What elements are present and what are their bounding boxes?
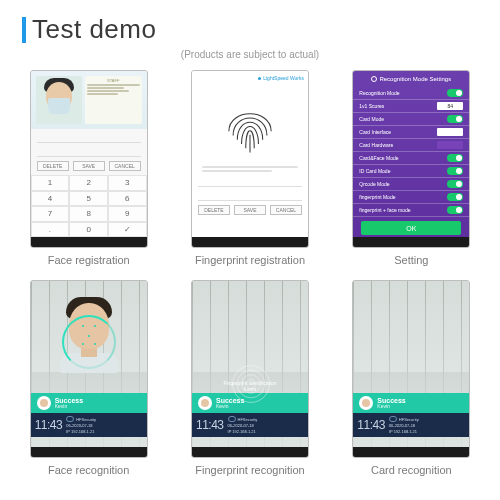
android-nav-bar bbox=[353, 237, 469, 247]
select-icon[interactable] bbox=[437, 128, 463, 136]
recognized-face bbox=[57, 295, 121, 371]
clock: 11:43 bbox=[35, 418, 63, 432]
save-button[interactable]: SAVE bbox=[73, 161, 105, 171]
ip-text: IP 192.168.1.21 bbox=[228, 429, 258, 434]
fp-input-2[interactable] bbox=[198, 189, 302, 201]
key-8[interactable]: 8 bbox=[69, 206, 108, 222]
svg-point-1 bbox=[237, 370, 265, 398]
id-card-preview: STAFF bbox=[85, 76, 142, 124]
score-input[interactable]: 84 bbox=[437, 102, 463, 110]
numpad: 1 2 3 4 5 6 7 8 9 . 0 ✓ bbox=[31, 175, 147, 237]
item-card-recognition: Success Kevin 11:43 HFSecurity 06-2020-0… bbox=[345, 280, 478, 476]
brand-name: HFSecurity bbox=[238, 417, 258, 422]
staff-label: STAFF bbox=[87, 78, 140, 83]
face-landmarks-icon bbox=[64, 313, 114, 363]
select-icon[interactable] bbox=[437, 141, 463, 149]
item-fingerprint-recognition: Fingerprint identificationKevin Success … bbox=[183, 280, 316, 476]
key-2[interactable]: 2 bbox=[69, 175, 108, 191]
toggle-icon[interactable] bbox=[447, 180, 463, 188]
row-card-interface[interactable]: Card Interface bbox=[353, 126, 469, 139]
key-5[interactable]: 5 bbox=[69, 191, 108, 207]
row-fp-face-mode[interactable]: fingerprint + face mode bbox=[353, 204, 469, 217]
row-fingerprint-mode[interactable]: fingerprint Mode bbox=[353, 191, 469, 204]
brand-logo-icon bbox=[228, 416, 236, 422]
fp-input-1[interactable] bbox=[198, 175, 302, 187]
brand-logo-icon bbox=[389, 416, 397, 422]
brand-logo-icon bbox=[66, 416, 74, 422]
success-name: Kevin bbox=[216, 404, 244, 409]
toggle-icon[interactable] bbox=[447, 154, 463, 162]
phone-face-recognition: Success Kevin 11:43 HFSecurity 06-2020-0… bbox=[30, 280, 148, 458]
android-nav-bar bbox=[353, 447, 469, 457]
fp-save-button[interactable]: SAVE bbox=[234, 205, 266, 215]
page-title: Test demo bbox=[32, 14, 156, 45]
info-bar: 11:43 HFSecurity 06-2020-07-18 IP 192.16… bbox=[353, 413, 469, 437]
row-1v1-scores[interactable]: 1v1 Scores84 bbox=[353, 100, 469, 113]
key-1[interactable]: 1 bbox=[31, 175, 70, 191]
ip-text: IP 192.168.1.21 bbox=[389, 429, 419, 434]
svg-point-0 bbox=[233, 366, 270, 403]
toggle-icon[interactable] bbox=[447, 193, 463, 201]
input-field-1[interactable] bbox=[37, 131, 141, 143]
key-6[interactable]: 6 bbox=[108, 191, 147, 207]
avatar-icon bbox=[37, 396, 51, 410]
brand-name: HFSecurity bbox=[399, 417, 419, 422]
fingerprint-icon bbox=[228, 361, 274, 407]
item-fingerprint-registration: LightSpeed Works DELETE SAVE CANCEL bbox=[183, 70, 316, 266]
phone-fingerprint-registration: LightSpeed Works DELETE SAVE CANCEL bbox=[191, 70, 309, 248]
settings-title: Recognition Mode Settings bbox=[353, 71, 469, 87]
android-nav-bar bbox=[31, 447, 147, 457]
face-photo bbox=[36, 76, 82, 124]
page-subtitle: (Products are subject to actual) bbox=[22, 49, 478, 60]
row-cardface-mode[interactable]: Card&Face Mode bbox=[353, 152, 469, 165]
brand-name: HFSecurity bbox=[76, 417, 96, 422]
info-bar: 11:43 HFSecurity 06-2020-07-18 IP 192.16… bbox=[31, 413, 147, 437]
page-title-row: Test demo bbox=[22, 14, 478, 45]
key-4[interactable]: 4 bbox=[31, 191, 70, 207]
phone-setting: Recognition Mode Settings Recognition Mo… bbox=[352, 70, 470, 248]
svg-point-3 bbox=[246, 379, 255, 388]
android-nav-bar bbox=[31, 237, 147, 247]
row-recognition-mode[interactable]: Recognition Mode bbox=[353, 87, 469, 100]
cancel-button[interactable]: CANCEL bbox=[109, 161, 141, 171]
success-name: Kevin bbox=[377, 404, 405, 409]
phone-face-registration: STAFF DELETE SAVE CANCEL 1 2 3 4 5 6 7 bbox=[30, 70, 148, 248]
item-setting: Recognition Mode Settings Recognition Mo… bbox=[345, 70, 478, 266]
date-text: 06-2020-07-18 bbox=[228, 423, 258, 428]
key-7[interactable]: 7 bbox=[31, 206, 70, 222]
key-dot[interactable]: . bbox=[31, 222, 70, 238]
item-face-recognition: Success Kevin 11:43 HFSecurity 06-2020-0… bbox=[22, 280, 155, 476]
key-9[interactable]: 9 bbox=[108, 206, 147, 222]
row-card-mode[interactable]: Card Mode bbox=[353, 113, 469, 126]
phone-card-recognition: Success Kevin 11:43 HFSecurity 06-2020-0… bbox=[352, 280, 470, 458]
key-0[interactable]: 0 bbox=[69, 222, 108, 238]
fp-delete-button[interactable]: DELETE bbox=[198, 205, 230, 215]
key-3[interactable]: 3 bbox=[108, 175, 147, 191]
row-idcard-mode[interactable]: ID Card Mode bbox=[353, 165, 469, 178]
avatar-icon bbox=[359, 396, 373, 410]
row-card-hardware[interactable]: Card Hardware bbox=[353, 139, 469, 152]
gear-icon bbox=[371, 76, 377, 82]
toggle-icon[interactable] bbox=[447, 206, 463, 214]
avatar-icon bbox=[198, 396, 212, 410]
toggle-icon[interactable] bbox=[447, 167, 463, 175]
android-nav-bar bbox=[192, 237, 308, 247]
caption-fingerprint-registration: Fingerprint registration bbox=[195, 254, 305, 266]
caption-fingerprint-recognition: Fingerprint recognition bbox=[195, 464, 304, 476]
input-field-2[interactable] bbox=[37, 145, 141, 157]
date-text: 06-2020-07-18 bbox=[389, 423, 419, 428]
caption-card-recognition: Card recognition bbox=[371, 464, 452, 476]
fp-brand: LightSpeed Works bbox=[263, 75, 304, 81]
svg-point-2 bbox=[242, 375, 260, 393]
delete-button[interactable]: DELETE bbox=[37, 161, 69, 171]
ok-button[interactable]: OK bbox=[361, 221, 461, 235]
key-ok[interactable]: ✓ bbox=[108, 222, 147, 238]
toggle-icon[interactable] bbox=[447, 89, 463, 97]
toggle-icon[interactable] bbox=[447, 115, 463, 123]
clock: 11:43 bbox=[357, 418, 385, 432]
demo-grid: STAFF DELETE SAVE CANCEL 1 2 3 4 5 6 7 bbox=[22, 70, 478, 476]
android-nav-bar bbox=[192, 447, 308, 457]
success-banner: Success Kevin bbox=[353, 393, 469, 413]
row-qrcode-mode[interactable]: Qrcode Mode bbox=[353, 178, 469, 191]
fp-cancel-button[interactable]: CANCEL bbox=[270, 205, 302, 215]
